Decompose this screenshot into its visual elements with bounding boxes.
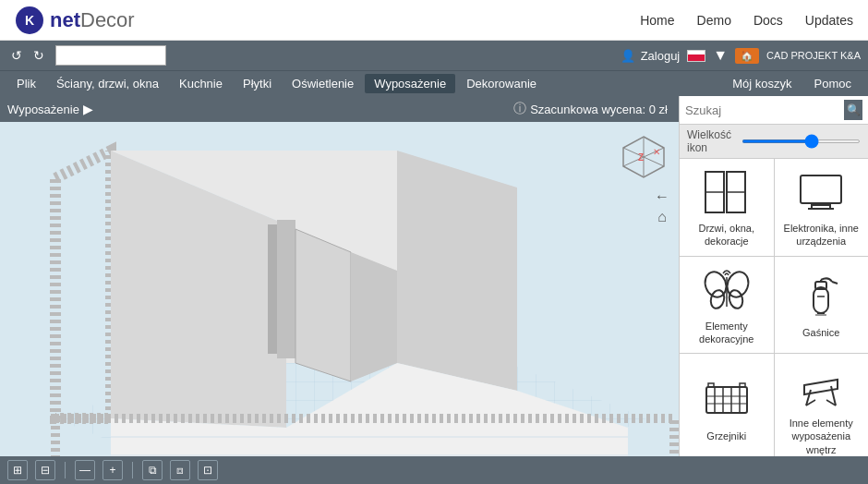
- category-electronics-label: Elektronika, inne urządzenia: [782, 222, 862, 248]
- size-bar: Wielkość ikon: [680, 125, 868, 159]
- nav-links: Home Demo Docs Updates: [640, 13, 853, 28]
- category-doors-label: Drzwi, okna, dekoracje: [687, 222, 766, 248]
- category-furniture-label: Inne elementy wyposażenia wnętrz: [782, 417, 862, 456]
- svg-rect-27: [801, 175, 841, 203]
- nav-cube[interactable]: Z ✕: [620, 133, 668, 181]
- menu-tiles[interactable]: Płytki: [234, 74, 281, 93]
- svg-rect-42: [706, 387, 747, 413]
- size-slider[interactable]: [741, 139, 861, 143]
- view-option-3[interactable]: ⊡: [198, 460, 218, 480]
- cad-logo: 🏠: [735, 48, 759, 64]
- nav-home-icon[interactable]: ⌂: [657, 209, 667, 225]
- menu-plik[interactable]: Plik: [7, 74, 45, 93]
- viewport-area: Wyposażenie ▶ ⓘ Szacunkowa wycena: 0 zł: [0, 96, 679, 456]
- logo-text: netDecor: [50, 8, 135, 32]
- section-label: Wyposażenie: [7, 103, 79, 116]
- nav-docs[interactable]: Docs: [753, 13, 783, 28]
- section-bar: Wyposażenie ▶ ⓘ Szacunkowa wycena: 0 zł: [0, 96, 679, 122]
- svg-rect-11: [277, 220, 295, 358]
- size-label: Wielkość ikon: [687, 128, 734, 154]
- svg-marker-13: [351, 252, 397, 381]
- top-nav: K netDecor Home Demo Docs Updates: [0, 0, 868, 41]
- toolbar-row: ↺ ↻ Bez tytułu 👤 Zaloguj ▼ 🏠 CAD PROJEKT…: [0, 41, 868, 70]
- login-label: Zaloguj: [641, 49, 681, 63]
- nav-home[interactable]: Home: [640, 13, 674, 28]
- bottom-toolbar: ⊞ ⊟ — + ⧉ ⧈ ⊡: [0, 456, 868, 484]
- info-button[interactable]: ⓘ: [513, 101, 526, 117]
- category-decor-label: Elementy dekoracyjne: [687, 320, 766, 346]
- view-option-2[interactable]: ⧈: [170, 460, 190, 480]
- undo-button[interactable]: ↺: [7, 46, 26, 65]
- nav-updates[interactable]: Updates: [805, 13, 853, 28]
- svg-line-38: [832, 282, 838, 284]
- category-fire-label: Gaśnice: [802, 326, 839, 339]
- section-expand[interactable]: ▶: [83, 102, 93, 116]
- cad-name: CAD PROJEKT K&A: [766, 50, 861, 61]
- flag-icon[interactable]: [687, 50, 705, 62]
- view-3d-button[interactable]: ⊟: [35, 460, 55, 480]
- separator2: [132, 462, 133, 478]
- login-area[interactable]: 👤 Zaloguj: [621, 49, 681, 63]
- logo-area: K netDecor: [15, 6, 135, 35]
- dropdown-icon[interactable]: ▼: [713, 47, 728, 64]
- category-doors[interactable]: Drzwi, okna, dekoracje: [680, 159, 774, 256]
- logo-icon: K: [15, 6, 44, 35]
- menu-lighting[interactable]: Oświetlenie: [283, 74, 363, 93]
- menu-decor[interactable]: Dekorowanie: [457, 74, 546, 93]
- menu-cart[interactable]: Mój koszyk: [723, 74, 801, 93]
- category-radiator[interactable]: Grzejniki: [680, 354, 774, 456]
- svg-text:Z: Z: [638, 152, 644, 163]
- view-option-1[interactable]: ⧉: [142, 460, 163, 480]
- svg-point-33: [727, 288, 744, 309]
- svg-marker-12: [295, 229, 351, 381]
- room-3d-view: 0m²: [0, 122, 679, 456]
- category-decor[interactable]: Elementy dekoracyjne: [680, 257, 774, 354]
- project-title-input[interactable]: Bez tytułu: [55, 45, 166, 66]
- menu-equipment[interactable]: Wyposażenie: [365, 74, 455, 93]
- price-label: Szacunkowa wycena: 0 zł: [530, 103, 668, 116]
- redo-button[interactable]: ↻: [30, 46, 48, 65]
- view-2d-button[interactable]: ⊞: [7, 460, 28, 480]
- nav-demo[interactable]: Demo: [697, 13, 731, 28]
- svg-rect-50: [740, 383, 745, 387]
- menu-kitchen[interactable]: Kuchnie: [170, 74, 232, 93]
- category-radiator-label: Grzejniki: [706, 430, 746, 442]
- nav-arrows: ← ⌂: [655, 188, 669, 225]
- user-icon: 👤: [621, 49, 635, 63]
- undo-redo: ↺ ↻: [7, 46, 48, 65]
- svg-text:K: K: [25, 13, 34, 28]
- right-panel: 🔍 Wielkość ikon Drzwi, okna, dekoracje: [679, 96, 868, 456]
- svg-text:✕: ✕: [653, 147, 660, 157]
- search-bar: 🔍: [680, 96, 868, 125]
- menu-help[interactable]: Pomoc: [805, 74, 861, 93]
- menu-bar: Plik Ściany, drzwi, okna Kuchnie Płytki …: [0, 70, 868, 96]
- category-furniture[interactable]: Inne elementy wyposażenia wnętrz: [775, 354, 869, 456]
- svg-marker-3: [55, 151, 111, 418]
- icon-grid: Drzwi, okna, dekoracje Elektronika, inne…: [680, 159, 868, 456]
- zoom-in-button[interactable]: +: [102, 460, 123, 480]
- svg-rect-35: [814, 287, 828, 313]
- search-input[interactable]: [685, 103, 840, 117]
- toolbar-right: 👤 Zaloguj ▼ 🏠 CAD PROJEKT K&A: [621, 47, 861, 64]
- category-electronics[interactable]: Elektronika, inne urządzenia: [775, 159, 869, 256]
- svg-rect-49: [708, 383, 714, 387]
- zoom-out-button[interactable]: —: [75, 460, 95, 480]
- canvas-area[interactable]: 0m² Z ✕ ← ⌂: [0, 122, 679, 456]
- category-fire[interactable]: Gaśnice: [775, 257, 869, 354]
- nav-left-arrow[interactable]: ←: [655, 188, 669, 205]
- separator: [65, 462, 66, 478]
- svg-marker-6: [397, 151, 517, 391]
- menu-walls[interactable]: Ściany, drzwi, okna: [47, 74, 168, 93]
- main-content: Wyposażenie ▶ ⓘ Szacunkowa wycena: 0 zł: [0, 96, 868, 456]
- svg-point-32: [708, 288, 726, 309]
- menu-right: Mój koszyk Pomoc: [723, 74, 861, 93]
- search-button[interactable]: 🔍: [844, 100, 862, 120]
